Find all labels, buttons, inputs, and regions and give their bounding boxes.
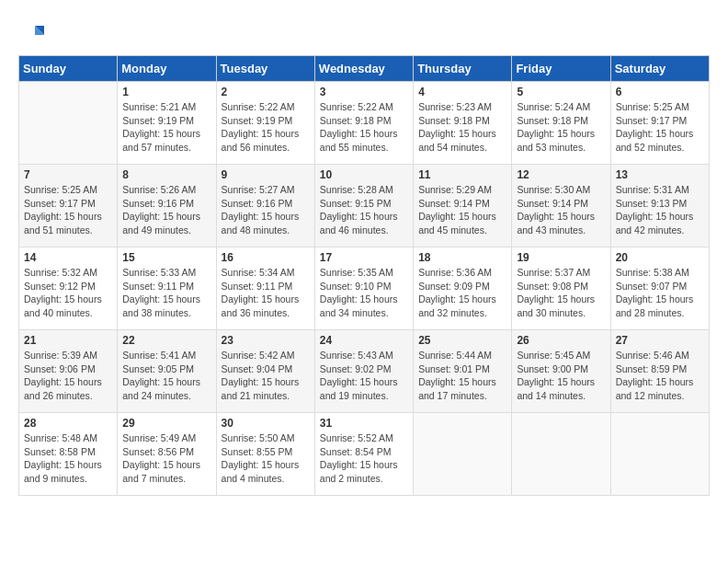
calendar-week-row: 21Sunrise: 5:39 AM Sunset: 9:06 PM Dayli…: [19, 330, 710, 413]
logo-icon: [18, 18, 46, 46]
calendar-week-row: 14Sunrise: 5:32 AM Sunset: 9:12 PM Dayli…: [19, 247, 710, 330]
calendar-cell: [512, 413, 610, 496]
day-info: Sunrise: 5:48 AM Sunset: 8:58 PM Dayligh…: [24, 431, 112, 486]
day-info: Sunrise: 5:44 AM Sunset: 9:01 PM Dayligh…: [418, 349, 506, 403]
weekday-header-thursday: Thursday: [414, 56, 512, 82]
calendar-cell: 22Sunrise: 5:41 AM Sunset: 9:05 PM Dayli…: [118, 330, 216, 413]
day-number: 15: [122, 251, 210, 264]
day-info: Sunrise: 5:52 AM Sunset: 8:54 PM Dayligh…: [320, 431, 408, 486]
calendar-cell: 18Sunrise: 5:36 AM Sunset: 9:09 PM Dayli…: [414, 247, 512, 330]
day-number: 5: [517, 86, 605, 98]
calendar-cell: 24Sunrise: 5:43 AM Sunset: 9:02 PM Dayli…: [314, 330, 413, 413]
calendar-cell: 23Sunrise: 5:42 AM Sunset: 9:04 PM Dayli…: [216, 330, 314, 413]
day-number: 20: [616, 251, 704, 264]
day-number: 12: [517, 168, 605, 181]
calendar-cell: 6Sunrise: 5:25 AM Sunset: 9:17 PM Daylig…: [610, 82, 709, 165]
day-number: 10: [320, 168, 408, 181]
day-info: Sunrise: 5:30 AM Sunset: 9:14 PM Dayligh…: [517, 183, 605, 237]
weekday-header-friday: Friday: [512, 56, 610, 82]
day-number: 23: [222, 334, 310, 347]
day-number: 16: [222, 251, 310, 264]
day-number: 8: [122, 168, 210, 181]
calendar-cell: 3Sunrise: 5:22 AM Sunset: 9:18 PM Daylig…: [314, 82, 413, 165]
calendar-cell: 20Sunrise: 5:38 AM Sunset: 9:07 PM Dayli…: [610, 247, 709, 330]
calendar-cell: 31Sunrise: 5:52 AM Sunset: 8:54 PM Dayli…: [314, 413, 413, 496]
calendar-cell: [414, 413, 512, 496]
calendar-cell: 29Sunrise: 5:49 AM Sunset: 8:56 PM Dayli…: [118, 413, 216, 496]
day-number: 25: [418, 334, 506, 347]
day-number: 4: [418, 86, 506, 98]
calendar-table: SundayMondayTuesdayWednesdayThursdayFrid…: [18, 55, 710, 496]
weekday-header-monday: Monday: [118, 56, 216, 82]
day-info: Sunrise: 5:26 AM Sunset: 9:16 PM Dayligh…: [122, 183, 210, 237]
weekday-header-wednesday: Wednesday: [314, 56, 413, 82]
calendar-cell: 28Sunrise: 5:48 AM Sunset: 8:58 PM Dayli…: [19, 413, 118, 496]
day-number: 3: [320, 86, 408, 98]
calendar-cell: 2Sunrise: 5:22 AM Sunset: 9:19 PM Daylig…: [216, 82, 314, 165]
day-number: 30: [222, 417, 310, 430]
calendar-cell: 1Sunrise: 5:21 AM Sunset: 9:19 PM Daylig…: [118, 82, 216, 165]
day-info: Sunrise: 5:35 AM Sunset: 9:10 PM Dayligh…: [320, 266, 408, 320]
calendar-cell: 13Sunrise: 5:31 AM Sunset: 9:13 PM Dayli…: [610, 165, 709, 247]
weekday-header-tuesday: Tuesday: [216, 56, 314, 82]
calendar-cell: 17Sunrise: 5:35 AM Sunset: 9:10 PM Dayli…: [314, 247, 413, 330]
page-header: [18, 18, 710, 46]
weekday-header-sunday: Sunday: [19, 56, 118, 82]
calendar-cell: 9Sunrise: 5:27 AM Sunset: 9:16 PM Daylig…: [216, 165, 314, 247]
day-info: Sunrise: 5:24 AM Sunset: 9:18 PM Dayligh…: [517, 100, 605, 155]
day-info: Sunrise: 5:29 AM Sunset: 9:14 PM Dayligh…: [418, 183, 506, 237]
day-info: Sunrise: 5:25 AM Sunset: 9:17 PM Dayligh…: [616, 100, 704, 155]
day-number: 29: [122, 417, 210, 430]
day-number: 18: [418, 251, 506, 264]
day-number: 26: [517, 334, 605, 347]
calendar-cell: 26Sunrise: 5:45 AM Sunset: 9:00 PM Dayli…: [512, 330, 610, 413]
day-info: Sunrise: 5:42 AM Sunset: 9:04 PM Dayligh…: [222, 349, 310, 403]
day-number: 7: [24, 168, 112, 181]
day-number: 21: [24, 334, 112, 347]
calendar-week-row: 7Sunrise: 5:25 AM Sunset: 9:17 PM Daylig…: [19, 165, 710, 247]
day-info: Sunrise: 5:39 AM Sunset: 9:06 PM Dayligh…: [24, 349, 112, 403]
day-number: 11: [418, 168, 506, 181]
calendar-cell: 21Sunrise: 5:39 AM Sunset: 9:06 PM Dayli…: [19, 330, 118, 413]
day-info: Sunrise: 5:21 AM Sunset: 9:19 PM Dayligh…: [122, 100, 210, 155]
day-number: 6: [616, 86, 704, 98]
calendar-cell: 25Sunrise: 5:44 AM Sunset: 9:01 PM Dayli…: [414, 330, 512, 413]
day-info: Sunrise: 5:41 AM Sunset: 9:05 PM Dayligh…: [122, 349, 210, 403]
calendar-cell: 7Sunrise: 5:25 AM Sunset: 9:17 PM Daylig…: [19, 165, 118, 247]
calendar-cell: 10Sunrise: 5:28 AM Sunset: 9:15 PM Dayli…: [314, 165, 413, 247]
calendar-week-row: 1Sunrise: 5:21 AM Sunset: 9:19 PM Daylig…: [19, 82, 710, 165]
day-info: Sunrise: 5:49 AM Sunset: 8:56 PM Dayligh…: [122, 431, 210, 486]
day-info: Sunrise: 5:25 AM Sunset: 9:17 PM Dayligh…: [24, 183, 112, 237]
logo: [18, 18, 50, 46]
day-info: Sunrise: 5:22 AM Sunset: 9:18 PM Dayligh…: [320, 100, 408, 155]
calendar-cell: 30Sunrise: 5:50 AM Sunset: 8:55 PM Dayli…: [216, 413, 314, 496]
day-info: Sunrise: 5:37 AM Sunset: 9:08 PM Dayligh…: [517, 266, 605, 320]
day-number: 1: [122, 86, 210, 98]
day-info: Sunrise: 5:32 AM Sunset: 9:12 PM Dayligh…: [24, 266, 112, 320]
day-info: Sunrise: 5:22 AM Sunset: 9:19 PM Dayligh…: [222, 100, 310, 155]
day-info: Sunrise: 5:34 AM Sunset: 9:11 PM Dayligh…: [222, 266, 310, 320]
day-info: Sunrise: 5:27 AM Sunset: 9:16 PM Dayligh…: [222, 183, 310, 237]
day-number: 2: [222, 86, 310, 98]
weekday-header-saturday: Saturday: [610, 56, 709, 82]
day-number: 13: [616, 168, 704, 181]
day-info: Sunrise: 5:50 AM Sunset: 8:55 PM Dayligh…: [222, 431, 310, 486]
day-number: 28: [24, 417, 112, 430]
day-info: Sunrise: 5:38 AM Sunset: 9:07 PM Dayligh…: [616, 266, 704, 320]
day-number: 14: [24, 251, 112, 264]
day-info: Sunrise: 5:43 AM Sunset: 9:02 PM Dayligh…: [320, 349, 408, 403]
calendar-cell: 16Sunrise: 5:34 AM Sunset: 9:11 PM Dayli…: [216, 247, 314, 330]
day-info: Sunrise: 5:46 AM Sunset: 8:59 PM Dayligh…: [616, 349, 704, 403]
calendar-cell: 4Sunrise: 5:23 AM Sunset: 9:18 PM Daylig…: [414, 82, 512, 165]
calendar-cell: 11Sunrise: 5:29 AM Sunset: 9:14 PM Dayli…: [414, 165, 512, 247]
calendar-cell: 14Sunrise: 5:32 AM Sunset: 9:12 PM Dayli…: [19, 247, 118, 330]
day-info: Sunrise: 5:31 AM Sunset: 9:13 PM Dayligh…: [616, 183, 704, 237]
day-info: Sunrise: 5:28 AM Sunset: 9:15 PM Dayligh…: [320, 183, 408, 237]
calendar-cell: [610, 413, 709, 496]
weekday-header-row: SundayMondayTuesdayWednesdayThursdayFrid…: [19, 56, 710, 82]
calendar-cell: 15Sunrise: 5:33 AM Sunset: 9:11 PM Dayli…: [118, 247, 216, 330]
day-info: Sunrise: 5:45 AM Sunset: 9:00 PM Dayligh…: [517, 349, 605, 403]
day-info: Sunrise: 5:36 AM Sunset: 9:09 PM Dayligh…: [418, 266, 506, 320]
day-number: 31: [320, 417, 408, 430]
calendar-cell: 27Sunrise: 5:46 AM Sunset: 8:59 PM Dayli…: [610, 330, 709, 413]
